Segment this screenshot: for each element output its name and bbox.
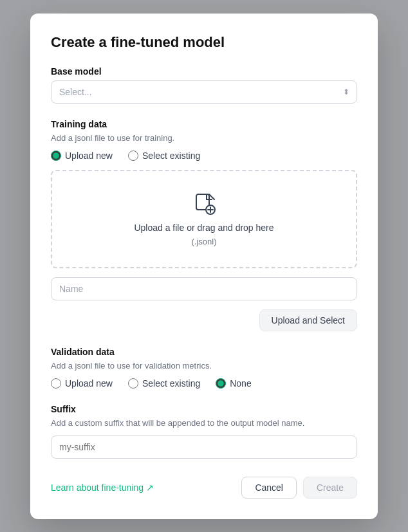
suffix-label: Suffix (51, 404, 357, 414)
modal-footer: Learn about fine-tuning ↗ Cancel Create (51, 477, 357, 499)
training-select-existing-radio[interactable] (128, 151, 138, 161)
base-model-select[interactable]: Select... (51, 80, 357, 104)
dropzone-main-text: Upload a file or drag and drop here (65, 223, 343, 233)
training-upload-new-radio[interactable] (51, 151, 61, 161)
training-upload-new-label[interactable]: Upload new (51, 151, 113, 161)
upload-file-icon (65, 192, 343, 215)
cancel-button[interactable]: Cancel (241, 477, 297, 499)
validation-none-text: None (230, 378, 251, 389)
training-data-desc: Add a jsonl file to use for training. (51, 133, 357, 143)
validation-data-section: Validation data Add a jsonl file to use … (51, 347, 357, 389)
training-data-section: Training data Add a jsonl file to use fo… (51, 119, 357, 331)
base-model-section: Base model Select... ⬍ (51, 66, 357, 104)
validation-upload-new-text: Upload new (65, 378, 113, 389)
modal-container: Create a fine-tuned model Base model Sel… (30, 14, 378, 519)
upload-btn-row: Upload and Select (51, 309, 357, 331)
suffix-desc: Add a custom suffix that will be appende… (51, 418, 357, 428)
file-name-input[interactable] (51, 277, 357, 300)
create-button[interactable]: Create (303, 477, 357, 499)
training-data-label: Training data (51, 119, 357, 129)
validation-none-label[interactable]: None (216, 378, 251, 389)
modal-title: Create a fine-tuned model (51, 34, 357, 51)
validation-data-desc: Add a jsonl file to use for validation m… (51, 361, 357, 371)
validation-select-existing-text: Select existing (142, 378, 200, 389)
validation-select-existing-radio[interactable] (128, 378, 138, 389)
validation-select-existing-label[interactable]: Select existing (128, 378, 200, 389)
training-upload-new-text: Upload new (65, 151, 113, 161)
training-select-existing-text: Select existing (142, 151, 200, 161)
validation-data-label: Validation data (51, 347, 357, 357)
validation-upload-new-label[interactable]: Upload new (51, 378, 113, 389)
upload-and-select-button[interactable]: Upload and Select (259, 309, 357, 331)
suffix-input[interactable] (51, 436, 357, 459)
modal-overlay: Create a fine-tuned model Base model Sel… (0, 0, 408, 532)
dropzone-ext-text: (.jsonl) (65, 237, 343, 246)
base-model-label: Base model (51, 66, 357, 77)
validation-radio-group: Upload new Select existing None (51, 378, 357, 389)
file-dropzone[interactable]: Upload a file or drag and drop here (.js… (51, 170, 357, 268)
base-model-select-wrapper: Select... ⬍ (51, 80, 357, 104)
validation-none-radio[interactable] (216, 378, 226, 389)
footer-buttons: Cancel Create (241, 477, 357, 499)
training-select-existing-label[interactable]: Select existing (128, 151, 200, 161)
suffix-section: Suffix Add a custom suffix that will be … (51, 404, 357, 459)
training-radio-group: Upload new Select existing (51, 151, 357, 161)
learn-about-finetuning-link[interactable]: Learn about fine-tuning ↗ (51, 482, 154, 493)
validation-upload-new-radio[interactable] (51, 378, 61, 389)
